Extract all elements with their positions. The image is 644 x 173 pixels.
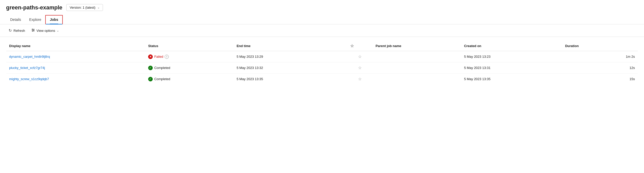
view-options-button[interactable]: View options ⌄ (29, 27, 62, 34)
page-title: green-paths-example (6, 4, 62, 11)
job-end-time: 5 May 2023 13:35 (234, 74, 347, 85)
job-parent-name (373, 51, 461, 62)
job-parent-name (373, 74, 461, 85)
completed-icon: ✓ (148, 66, 153, 70)
job-link[interactable]: dynamic_carpet_hm8r9lj8rq (9, 55, 50, 59)
job-duration: 12s (562, 62, 638, 74)
toolbar: ↻ Refresh View options ⌄ (0, 24, 644, 37)
table-container: Display name Status End time ☆ Parent jo… (0, 37, 644, 89)
title-row: green-paths-example Version: 1 (latest) … (6, 4, 638, 11)
status-label: Failed (154, 55, 163, 59)
chevron-down-icon: ⌄ (97, 6, 100, 9)
svg-point-1 (32, 29, 33, 30)
status-label: Completed (154, 66, 170, 70)
job-end-time: 5 May 2023 13:29 (234, 51, 347, 62)
job-duration: 1m 2s (562, 51, 638, 62)
job-created-on: 5 May 2023 13:31 (461, 62, 562, 74)
job-status: ✕ Failed i (145, 51, 234, 62)
status-label: Completed (154, 77, 170, 81)
refresh-button[interactable]: ↻ Refresh (6, 27, 28, 34)
table-row: plucky_ticket_xcfz7gr74j ✓ Completed 5 M… (6, 62, 638, 74)
svg-point-3 (33, 30, 34, 31)
job-created-on: 5 May 2023 13:23 (461, 51, 562, 62)
col-header-status: Status (145, 41, 234, 51)
tab-jobs[interactable]: Jobs (45, 15, 63, 24)
job-link[interactable]: mighty_screw_s1cz9qdqb7 (9, 77, 49, 81)
tab-details[interactable]: Details (6, 16, 25, 24)
sliders-icon (31, 28, 35, 33)
col-header-created-on: Created on (461, 41, 562, 51)
job-display-name: mighty_screw_s1cz9qdqb7 (6, 74, 145, 85)
version-dropdown[interactable]: Version: 1 (latest) ⌄ (66, 4, 103, 11)
table-header-row: Display name Status End time ☆ Parent jo… (6, 41, 638, 51)
job-link[interactable]: plucky_ticket_xcfz7gr74j (9, 66, 45, 70)
view-options-label: View options (37, 29, 55, 33)
refresh-icon: ↻ (9, 28, 12, 33)
completed-icon: ✓ (148, 77, 153, 81)
job-end-time: 5 May 2023 13:32 (234, 62, 347, 74)
tabs-row: Details Explore Jobs (6, 15, 638, 24)
job-star[interactable]: ☆ (347, 51, 372, 62)
col-header-display-name: Display name (6, 41, 145, 51)
failed-icon: ✕ (148, 54, 153, 59)
job-created-on: 5 May 2023 13:35 (461, 74, 562, 85)
jobs-table: Display name Status End time ☆ Parent jo… (6, 41, 638, 84)
job-star[interactable]: ☆ (347, 74, 372, 85)
refresh-label: Refresh (13, 29, 25, 33)
job-parent-name (373, 62, 461, 74)
col-header-parent-job-name: Parent job name (373, 41, 461, 51)
page-header: green-paths-example Version: 1 (latest) … (0, 0, 644, 24)
job-display-name: dynamic_carpet_hm8r9lj8rq (6, 51, 145, 62)
table-row: mighty_screw_s1cz9qdqb7 ✓ Completed 5 Ma… (6, 74, 638, 85)
svg-point-5 (32, 31, 33, 32)
col-header-end-time: End time (234, 41, 347, 51)
job-status: ✓ Completed (145, 62, 234, 74)
job-duration: 15s (562, 74, 638, 85)
col-header-duration: Duration (562, 41, 638, 51)
job-star[interactable]: ☆ (347, 62, 372, 74)
job-status: ✓ Completed (145, 74, 234, 85)
col-header-star: ☆ (347, 41, 372, 51)
star-icon: ☆ (350, 44, 354, 48)
table-row: dynamic_carpet_hm8r9lj8rq ✕ Failed i 5 M… (6, 51, 638, 62)
job-display-name: plucky_ticket_xcfz7gr74j (6, 62, 145, 74)
view-options-chevron-icon: ⌄ (57, 29, 59, 32)
info-icon[interactable]: i (165, 55, 169, 59)
version-label: Version: 1 (latest) (70, 6, 95, 9)
tab-explore[interactable]: Explore (25, 16, 45, 24)
